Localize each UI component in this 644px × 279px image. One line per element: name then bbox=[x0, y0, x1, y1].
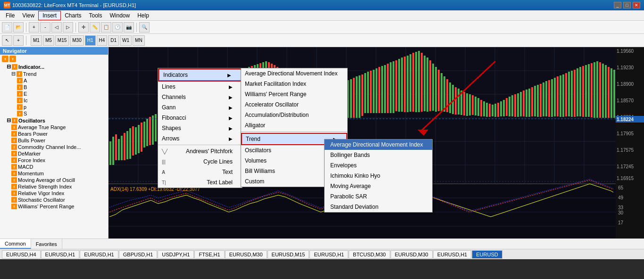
trend-item-envelopes[interactable]: Envelopes bbox=[325, 160, 432, 171]
trend-item-ma[interactable]: Moving Average bbox=[325, 181, 432, 191]
svg-rect-155 bbox=[483, 101, 485, 116]
close-button[interactable]: ✕ bbox=[633, 2, 640, 8]
menu-help[interactable]: Help bbox=[134, 11, 153, 20]
tf-w1[interactable]: W1 bbox=[120, 35, 132, 46]
menu-item-fibonacci[interactable]: Fibonacci ▶ bbox=[158, 113, 242, 123]
tf-h4[interactable]: H4 bbox=[97, 35, 108, 46]
nav-osc-atr[interactable]: f Average True Range bbox=[0, 124, 108, 131]
nav-osc-mao[interactable]: f Moving Average of Oscill bbox=[0, 177, 108, 183]
tf-m15[interactable]: M15 bbox=[55, 35, 69, 46]
trend-item-psar[interactable]: Parabolic SAR bbox=[325, 191, 432, 202]
chart-scroll-left[interactable]: ◁ bbox=[51, 22, 62, 33]
tf-d1[interactable]: D1 bbox=[108, 35, 119, 46]
chart-scroll-right[interactable]: ▷ bbox=[63, 22, 73, 33]
tab-favorites[interactable]: Favorites bbox=[31, 239, 62, 249]
indic-item-mfi[interactable]: Market Facilitation Index bbox=[241, 79, 347, 89]
status-gbpusd-h1[interactable]: GBPUSD,H1 bbox=[119, 250, 158, 259]
cursor-btn[interactable]: ↖ bbox=[2, 35, 12, 46]
trend-submenu-dropdown[interactable]: Average Directional Movement Index Bolli… bbox=[324, 139, 433, 213]
period-btn[interactable]: 🕐 bbox=[112, 22, 123, 33]
indic-item-wpr[interactable]: Williams' Percent Range bbox=[241, 89, 347, 99]
menu-item-gann[interactable]: Gann ▶ bbox=[158, 102, 242, 113]
status-eurusd-m30-1[interactable]: EURUSD,M30 bbox=[225, 250, 267, 259]
indic-item-alligator[interactable]: Alligator bbox=[241, 120, 347, 131]
trend-item-bb[interactable]: Bollinger Bands bbox=[325, 150, 432, 160]
nav-osc-wpr[interactable]: f Williams' Percent Range bbox=[0, 203, 108, 210]
menu-file[interactable]: File bbox=[2, 11, 18, 20]
status-eurusd-h1-4[interactable]: EURUSD,H1 bbox=[433, 250, 472, 259]
line-studies-btn[interactable]: 📏 bbox=[90, 22, 100, 33]
menu-item-text-label[interactable]: T| Text Label bbox=[158, 177, 242, 188]
status-ftse-h1[interactable]: FTSE,H1 bbox=[194, 250, 224, 259]
nav-trend-p[interactable]: f p bbox=[0, 104, 108, 110]
templates-btn[interactable]: 📋 bbox=[101, 22, 111, 33]
indic-item-ad[interactable]: Accumulation/Distribution bbox=[241, 110, 347, 120]
status-eurusd-m30-2[interactable]: EURUSD,M30 bbox=[391, 250, 433, 259]
nav-indicators-section[interactable]: ⊟ f Indicator... bbox=[0, 63, 108, 70]
svg-rect-192 bbox=[588, 64, 590, 117]
trend-item-ichimoku[interactable]: Ichimoku Kinko Hyo bbox=[325, 171, 432, 181]
nav-osc-bulls[interactable]: f Bulls Power bbox=[0, 137, 108, 144]
menu-item-arrows[interactable]: Arrows ▶ bbox=[158, 133, 242, 144]
nav-trend-item[interactable]: ⊟ f Trend bbox=[0, 70, 108, 77]
menu-charts[interactable]: Charts bbox=[61, 11, 85, 20]
nav-trend-ic[interactable]: f Ic bbox=[0, 97, 108, 104]
menu-item-shapes[interactable]: Shapes ▶ bbox=[158, 123, 242, 133]
status-eurusd-active[interactable]: EURUSD bbox=[472, 250, 502, 259]
menu-item-andrews[interactable]: ╲╱ Andrews' Pitchfork bbox=[158, 146, 242, 156]
search-btn[interactable]: 🔍 bbox=[139, 22, 150, 33]
tab-common[interactable]: Common bbox=[0, 239, 31, 249]
nav-osc-demarker[interactable]: f DeMarker bbox=[0, 150, 108, 157]
zoom-out-btn[interactable]: - bbox=[40, 22, 50, 33]
status-eurusd-h1-1[interactable]: EURUSD,H1 bbox=[41, 250, 80, 259]
trend-item-admi[interactable]: Average Directional Movement Index bbox=[325, 140, 432, 150]
status-btcusd-m30[interactable]: BTCUSD,M30 bbox=[349, 250, 390, 259]
title-bar-controls[interactable]: _ □ ✕ bbox=[614, 2, 640, 8]
minimize-button[interactable]: _ bbox=[614, 2, 621, 8]
zoom-in-btn[interactable]: + bbox=[29, 22, 39, 33]
menu-tools[interactable]: Tools bbox=[85, 11, 106, 20]
status-eurusd-h1-3[interactable]: EURUSD,H1 bbox=[309, 250, 348, 259]
nav-osc-bears[interactable]: f Bears Power bbox=[0, 131, 108, 137]
status-eurusd-h1-2[interactable]: EURUSD,H1 bbox=[80, 250, 118, 259]
screenshot-btn[interactable]: 📷 bbox=[124, 22, 134, 33]
svg-rect-168 bbox=[520, 92, 522, 116]
nav-oscillators-section[interactable]: ⊟ f Oscillators bbox=[0, 117, 108, 124]
menu-item-text[interactable]: A Text bbox=[158, 167, 242, 177]
indic-item-admi[interactable]: Average Directional Movement Index bbox=[241, 68, 347, 79]
menu-item-channels[interactable]: Channels ▶ bbox=[158, 92, 242, 102]
trend-item-stddev[interactable]: Standard Deviation bbox=[325, 202, 432, 212]
crosshair-btn[interactable]: ✛ bbox=[78, 22, 89, 33]
maximize-button[interactable]: □ bbox=[623, 2, 631, 8]
crosshair2-btn[interactable]: + bbox=[13, 35, 24, 46]
new-chart-btn[interactable]: 📄 bbox=[2, 22, 12, 33]
tf-m1[interactable]: M1 bbox=[31, 35, 42, 46]
menu-view[interactable]: View bbox=[18, 11, 38, 20]
nav-osc-stoch[interactable]: f Stochastic Oscillator bbox=[0, 197, 108, 203]
nav-osc-momentum[interactable]: f Momentum bbox=[0, 170, 108, 177]
tf-m5[interactable]: M5 bbox=[43, 35, 54, 46]
nav-trend-e[interactable]: f E bbox=[0, 90, 108, 97]
status-usdjpy-h1[interactable]: USDJPY,H1 bbox=[158, 250, 194, 259]
status-eurusd-m15[interactable]: EURUSD,M15 bbox=[268, 250, 309, 259]
status-eurusd-h4[interactable]: EURUSD,H4 bbox=[2, 250, 41, 259]
menu-item-cycle-lines[interactable]: ||| Cycle Lines bbox=[158, 156, 242, 167]
menu-item-lines[interactable]: Lines ▶ bbox=[158, 82, 242, 92]
nav-osc-force[interactable]: f Force Index bbox=[0, 157, 108, 164]
tf-h1[interactable]: H1 bbox=[85, 35, 96, 46]
nav-osc-macd[interactable]: f MACD bbox=[0, 164, 108, 170]
nav-trend-s[interactable]: f S bbox=[0, 110, 108, 117]
nav-osc-rvi[interactable]: f Relative Vigor Index bbox=[0, 190, 108, 197]
indic-item-ac[interactable]: Accelerator Oscillator bbox=[241, 99, 347, 110]
nav-osc-cci[interactable]: f Commodity Channel Inde... bbox=[0, 144, 108, 150]
nav-trend-b[interactable]: f B bbox=[0, 84, 108, 90]
tf-m30[interactable]: M30 bbox=[70, 35, 84, 46]
nav-osc-rsi[interactable]: f Relative Strength Index bbox=[0, 183, 108, 190]
open-btn[interactable]: 📂 bbox=[13, 22, 24, 33]
menu-item-indicators[interactable]: Indicators ▶ bbox=[159, 69, 241, 81]
menu-window[interactable]: Window bbox=[106, 11, 134, 20]
tf-mn[interactable]: MN bbox=[133, 35, 145, 46]
insert-menu-dropdown[interactable]: Indicators ▶ Lines ▶ Channels ▶ Gann ▶ bbox=[158, 68, 243, 188]
nav-trend-a[interactable]: f A bbox=[0, 77, 108, 84]
menu-insert[interactable]: Insert bbox=[38, 11, 61, 20]
